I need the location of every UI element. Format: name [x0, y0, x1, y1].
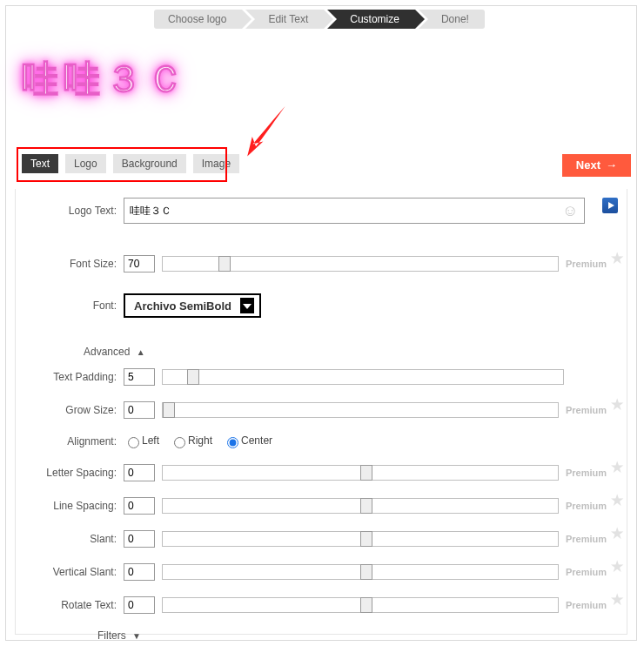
alignment-radio-left[interactable]: [128, 437, 139, 448]
chevron-down-icon: ▼: [132, 631, 141, 641]
tab-text[interactable]: Text: [22, 154, 58, 173]
font-select[interactable]: Archivo SemiBold: [124, 293, 261, 318]
letter-spacing-premium-badge: Premium: [566, 468, 627, 478]
font-size-slider[interactable]: [162, 256, 559, 272]
alignment-option-left[interactable]: Left: [124, 434, 159, 448]
chevron-down-icon: [240, 298, 254, 313]
line-spacing-premium-badge: Premium: [566, 501, 627, 511]
font-size-slider-thumb[interactable]: [218, 256, 231, 272]
line-spacing-slider-thumb[interactable]: [360, 498, 372, 514]
text-padding-input[interactable]: [124, 368, 155, 386]
alignment-option-center[interactable]: Center: [223, 434, 272, 448]
rotate-text-input[interactable]: [124, 596, 155, 614]
form-content: Logo Text: ☺ Font Size: Premium Font: Ar…: [15, 189, 627, 635]
wizard-step-done[interactable]: Done!: [419, 10, 485, 29]
logo-text-label: Logo Text:: [16, 205, 124, 217]
font-size-premium-badge: Premium: [566, 259, 627, 269]
rotate-text-slider-thumb[interactable]: [360, 597, 372, 613]
font-size-input[interactable]: [124, 255, 155, 273]
text-padding-slider[interactable]: [162, 369, 564, 385]
help-video-icon[interactable]: [602, 198, 618, 213]
advanced-toggle-label: Advanced: [84, 346, 130, 358]
rotate-text-premium-badge: Premium: [566, 600, 627, 610]
vertical-slant-input[interactable]: [124, 563, 155, 581]
vertical-slant-premium-badge: Premium: [566, 567, 627, 577]
slant-input[interactable]: [124, 530, 155, 548]
slant-label: Slant:: [16, 533, 124, 545]
filters-toggle-label: Filters: [97, 629, 126, 642]
text-padding-slider-thumb[interactable]: [187, 369, 199, 385]
tab-background[interactable]: Background: [113, 154, 186, 173]
font-select-value: Archivo SemiBold: [134, 299, 231, 313]
advanced-toggle[interactable]: Advanced ▲: [84, 346, 145, 358]
rotate-text-label: Rotate Text:: [16, 599, 124, 611]
emoji-picker-icon[interactable]: ☺: [562, 202, 578, 220]
letter-spacing-slider-thumb[interactable]: [360, 465, 372, 481]
letter-spacing-label: Letter Spacing:: [16, 468, 124, 478]
line-spacing-slider[interactable]: [162, 498, 559, 514]
vertical-slant-slider[interactable]: [162, 564, 559, 580]
alignment-radio-right[interactable]: [174, 437, 185, 448]
line-spacing-input[interactable]: [124, 497, 155, 515]
grow-size-label: Grow Size:: [16, 404, 124, 416]
chevron-up-icon: ▲: [137, 347, 145, 357]
grow-size-slider[interactable]: [162, 402, 559, 418]
tab-logo[interactable]: Logo: [65, 154, 106, 173]
editor-tabs: Text Logo Background Image: [22, 154, 239, 173]
font-size-label: Font Size:: [16, 258, 124, 270]
alignment-radio-center[interactable]: [227, 437, 238, 448]
annotation-arrow-icon: [238, 100, 299, 161]
logo-preview: 哇哇３Ｃ: [22, 55, 189, 104]
slant-premium-badge: Premium: [566, 534, 627, 544]
letter-spacing-input[interactable]: [124, 464, 155, 481]
logo-text-input[interactable]: [124, 198, 585, 224]
alignment-option-right[interactable]: Right: [170, 434, 212, 448]
font-label: Font:: [16, 299, 124, 312]
grow-size-input[interactable]: [124, 401, 155, 419]
next-button[interactable]: Next →: [562, 154, 631, 177]
wizard-step-edit-text[interactable]: Edit Text: [245, 10, 324, 29]
letter-spacing-slider[interactable]: [162, 465, 559, 481]
arrow-right-icon: →: [606, 154, 617, 177]
text-padding-label: Text Padding:: [16, 371, 124, 383]
line-spacing-label: Line Spacing:: [16, 500, 124, 512]
vertical-slant-label: Vertical Slant:: [16, 566, 124, 578]
wizard-steps: Choose logo Edit Text Customize Done!: [6, 6, 636, 29]
grow-size-premium-badge: Premium: [566, 405, 627, 415]
wizard-step-choose-logo[interactable]: Choose logo: [154, 10, 242, 29]
next-button-label: Next: [576, 154, 600, 177]
filters-toggle[interactable]: Filters ▼: [97, 629, 141, 642]
vertical-slant-slider-thumb[interactable]: [360, 564, 372, 580]
slant-slider[interactable]: [162, 531, 559, 547]
tab-image[interactable]: Image: [193, 154, 239, 173]
alignment-label: Alignment:: [16, 435, 124, 447]
rotate-text-slider[interactable]: [162, 597, 559, 613]
slant-slider-thumb[interactable]: [360, 531, 372, 547]
wizard-step-customize[interactable]: Customize: [327, 10, 415, 29]
grow-size-slider-thumb[interactable]: [163, 402, 175, 418]
